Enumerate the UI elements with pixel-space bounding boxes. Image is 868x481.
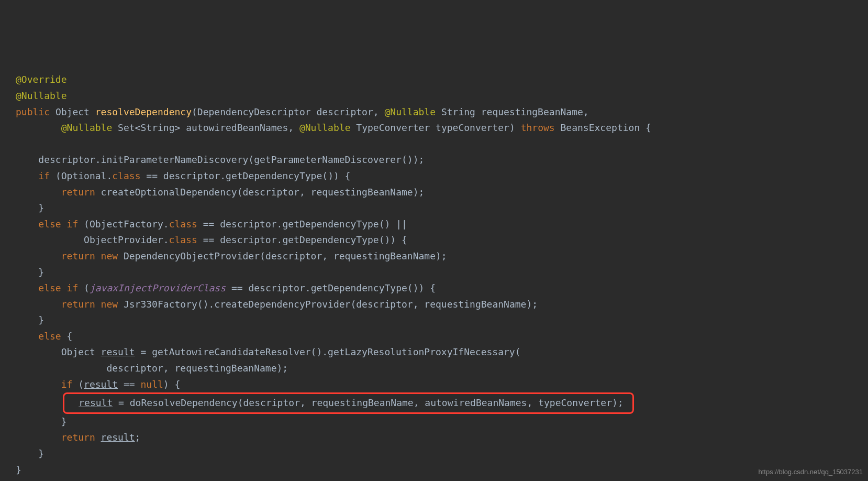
type-string: String [441,106,475,117]
type-set: Set [118,122,135,133]
method-initparam: initParameterNameDiscovery [101,154,249,165]
kw-else: else [38,331,61,342]
method-resolveDependency: resolveDependency [95,106,192,117]
code-line: return new DependencyObjectProvider(desc… [16,248,852,265]
kw-throws: throws [521,122,555,133]
code-line: } [16,200,852,216]
kw-class: class [112,170,140,181]
var-descriptor: descriptor [106,363,163,374]
code-line: } [16,312,852,329]
type-string: String [140,122,174,133]
var-autowired: autowiredBeanNames [425,397,527,408]
kw-if: if [38,170,50,181]
code-line: @Nullable [16,88,852,104]
type-optional: Optional [61,170,107,181]
op-eq: == [203,234,215,245]
annotation-nullable: @Nullable [16,90,67,101]
code-line: } [16,446,852,462]
var-reqbean: requestingBeanName [424,299,526,310]
code-line: return new Jsr330Factory().createDepende… [16,297,852,313]
watermark: https://blog.csdn.net/qq_15037231 [759,466,863,478]
var-descriptor: descriptor [220,218,276,229]
kw-public: public [16,106,50,117]
type-object: Object [61,346,95,357]
var-result: result [101,346,135,357]
code-line: ObjectProvider.class == descriptor.getDe… [16,232,852,248]
code-line: descriptor.initParameterNameDiscovery(ge… [16,152,852,168]
code-line: if (Optional.class == descriptor.getDepe… [16,168,852,184]
var-descriptor: descriptor [248,282,305,293]
field-javaxinject: javaxInjectProviderClass [90,282,226,293]
kw-new: new [101,299,118,310]
code-line [16,136,852,152]
code-line: } [16,414,852,430]
op-eq: == [231,282,243,293]
var-result: result [101,432,135,443]
method-createdepprov: createDependencyProvider [214,299,350,310]
op-eq: == [146,170,158,181]
method-getlazy: getLazyResolutionProxyIfNecessary [328,346,515,357]
kw-return: return [61,432,95,443]
param-autowired: autowiredBeanNames [186,122,288,133]
method-doresolve: doResolveDependency [130,397,238,408]
kw-if: if [67,218,79,229]
code-line: public Object resolveDependency(Dependen… [16,104,852,121]
code-viewer: @Override@Nullablepublic Object resolveD… [16,72,852,478]
var-descriptor: descriptor [220,234,276,245]
kw-null: null [140,379,163,390]
type-jsr330: Jsr330Factory [124,299,197,310]
code-line: descriptor, requestingBeanName); [16,360,852,377]
var-descriptor: descriptor [243,187,299,198]
highlighted-line: result = doResolveDependency(descriptor,… [63,392,634,414]
code-line: } [16,265,852,281]
param-reqbean: requestingBeanName [481,106,583,117]
var-reqbean: requestingBeanName [311,397,414,408]
param-descriptor: descriptor [316,106,373,117]
code-line: } [16,462,852,478]
kw-class: class [169,234,197,245]
code-line: Object result = getAutowireCandidateReso… [16,344,852,360]
method-getdeptype: getDependencyType [311,282,407,293]
type-depobjprov: DependencyObjectProvider [124,250,260,261]
var-descriptor: descriptor [38,154,95,165]
method-getautowire: getAutowireCandidateResolver [152,346,310,357]
type-beansexc: BeansException [561,122,640,133]
var-typeconv: typeConverter [538,397,612,408]
var-reqbean: requestingBeanName [333,250,436,261]
var-result: result [79,397,113,408]
op-eq: == [124,379,135,390]
op-eq: == [203,218,215,229]
annotation-nullable: @Nullable [384,106,436,117]
var-descriptor: descriptor [163,170,220,181]
var-descriptor: descriptor [265,250,322,261]
type-depdesc: DependencyDescriptor [197,106,311,117]
type-object: Object [55,106,90,117]
method-getdeptype: getDependencyType [282,218,379,229]
method-getparam: getParameterNameDiscoverer [254,154,402,165]
annotation-override: @Override [16,74,67,85]
kw-new: new [101,250,118,261]
var-reqbean: requestingBeanName [311,187,413,198]
var-descriptor: descriptor [356,299,413,310]
method-createoptdep: createOptionalDependency [101,187,237,198]
kw-return: return [61,250,95,261]
var-result: result [84,379,118,390]
code-line: else if (javaxInjectProviderClass == des… [16,280,852,297]
code-line: @Nullable Set<String> autowiredBeanNames… [16,120,852,136]
code-line: else { [16,329,852,345]
kw-else: else [38,218,61,229]
kw-else: else [38,282,61,293]
code-line: result = doResolveDependency(descriptor,… [16,392,852,414]
kw-return: return [61,299,95,310]
method-getdeptype: getDependencyType [282,234,379,245]
code-line: return result; [16,430,852,446]
kw-if: if [61,379,73,390]
var-descriptor: descriptor [243,397,300,408]
code-line: @Override [16,72,852,88]
annotation-nullable: @Nullable [61,122,113,133]
kw-class: class [169,218,197,229]
code-line: if (result == null) { [16,377,852,393]
type-objprovider: ObjectProvider [84,234,163,245]
type-objfactory: ObjectFactory [90,218,163,229]
kw-if: if [67,282,79,293]
